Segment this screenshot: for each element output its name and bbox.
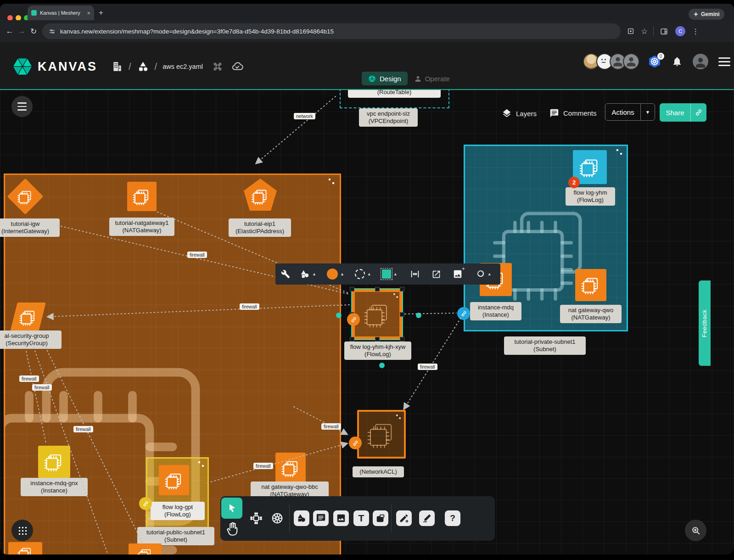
- route-table-label[interactable]: (RouteTable): [348, 90, 441, 98]
- flow-log-yhm-label[interactable]: flow log-yhm(FlowLog): [566, 187, 615, 206]
- gemini-button[interactable]: Gemini: [689, 9, 724, 20]
- new-tab-button[interactable]: +: [99, 8, 103, 17]
- frame-tool-button[interactable]: [373, 510, 388, 526]
- instance-mdq-label[interactable]: instance-mdq(Instance): [470, 302, 521, 320]
- zoom-button[interactable]: [685, 520, 706, 541]
- actions-dropdown-icon[interactable]: ▼: [640, 104, 655, 120]
- back-icon[interactable]: ←: [4, 27, 16, 36]
- node-network-acl[interactable]: [357, 410, 406, 459]
- kubernetes-context[interactable]: 0: [648, 55, 661, 68]
- kubernetes-tool-button[interactable]: [269, 510, 285, 526]
- layers-button[interactable]: Layers: [502, 108, 537, 118]
- design-file-name[interactable]: aws ec2.yaml: [162, 63, 203, 70]
- annotation-button[interactable]: ▲: [475, 269, 492, 279]
- organization-icon[interactable]: [111, 61, 123, 73]
- open-in-new-icon[interactable]: [431, 269, 441, 279]
- actions-button[interactable]: Actions ▼: [605, 103, 655, 121]
- collapse-icon[interactable]: [198, 461, 204, 467]
- bookmark-star-icon[interactable]: ☆: [641, 27, 648, 36]
- edge-handle-icon[interactable]: [349, 437, 362, 449]
- design-mode-button[interactable]: Design: [362, 72, 408, 85]
- canvas-menu-button[interactable]: [11, 96, 33, 117]
- resize-handle[interactable]: [350, 287, 354, 291]
- resize-handle[interactable]: [400, 337, 404, 342]
- flow-log-selected-label[interactable]: flow log-yhm-kjh-xyw(FlowLog): [344, 342, 411, 360]
- help-tool-button[interactable]: ?: [445, 510, 460, 526]
- forward-icon[interactable]: →: [16, 27, 28, 36]
- resize-handle[interactable]: [400, 287, 404, 291]
- resize-width-icon[interactable]: [410, 269, 420, 279]
- feedback-tab[interactable]: Feedback: [699, 280, 711, 366]
- canvas-style-button[interactable]: ▲: [382, 269, 398, 279]
- eip1-label[interactable]: tutorial-eip1(ElasticIPAddress): [229, 218, 291, 237]
- share-button[interactable]: Share: [660, 103, 706, 122]
- vpc-endpoint-label[interactable]: vpc endpoint-slz(VPCEndpoint): [359, 108, 418, 127]
- keyboard-shortcuts-icon[interactable]: [213, 62, 222, 71]
- site-settings-icon[interactable]: [49, 28, 56, 35]
- collapse-icon[interactable]: [329, 179, 334, 184]
- public-subnet-label[interactable]: tutorial-public-subnet1(Subnet): [137, 527, 214, 545]
- reload-icon[interactable]: ↻: [28, 27, 39, 36]
- address-bar[interactable]: kanvas.new/extension/meshmap?mode=design…: [42, 23, 621, 39]
- security-group-label[interactable]: al-security-group(SecurityGroup): [0, 330, 62, 349]
- collapse-icon[interactable]: [396, 414, 401, 419]
- collapse-icon[interactable]: [616, 149, 622, 155]
- collapse-icon[interactable]: [393, 293, 398, 298]
- design-canvas[interactable]: (RouteTable) vpc endpoint-slz(VPCEndpoin…: [0, 90, 734, 554]
- collaborator-avatar[interactable]: [623, 53, 639, 70]
- select-cursor-button[interactable]: [221, 498, 242, 519]
- designs-icon[interactable]: [137, 61, 149, 73]
- border-style-button[interactable]: ▲: [355, 269, 371, 279]
- text-tool-button[interactable]: T: [353, 510, 369, 526]
- browser-profile-avatar[interactable]: C: [675, 26, 685, 36]
- url-text[interactable]: kanvas.new/extension/meshmap?mode=design…: [60, 28, 334, 35]
- comment-tool-button[interactable]: [313, 510, 329, 526]
- node-natgateway1[interactable]: [127, 182, 157, 211]
- fill-color-button[interactable]: ▲: [327, 269, 344, 280]
- network-acl-label[interactable]: (NetworkACL): [353, 466, 404, 477]
- tab-close-icon[interactable]: ×: [87, 10, 90, 17]
- sidepanel-icon[interactable]: [660, 28, 668, 35]
- shapes-tool-button[interactable]: [294, 510, 309, 526]
- draw-edge-tool-button[interactable]: [396, 510, 412, 526]
- operate-mode-button[interactable]: Operate: [414, 75, 450, 83]
- flow-log-gpt-label[interactable]: flow log-gpt(FlowLog): [151, 502, 205, 520]
- user-avatar[interactable]: [693, 54, 708, 69]
- freehand-tool-button[interactable]: [419, 510, 435, 526]
- resize-handle[interactable]: [400, 312, 404, 317]
- resize-handle[interactable]: [350, 337, 354, 342]
- resize-handle[interactable]: [375, 337, 380, 342]
- configure-wrench-icon[interactable]: [281, 269, 290, 279]
- node-nat-gateway-qwo[interactable]: [575, 269, 606, 301]
- igw-label[interactable]: tutorial-igw(InternetGateway): [0, 218, 60, 237]
- kanvas-logo[interactable]: [13, 57, 32, 76]
- pan-hand-button[interactable]: [225, 521, 239, 538]
- node-flow-log-gpt[interactable]: [159, 465, 189, 495]
- cloud-sync-icon[interactable]: [231, 61, 243, 73]
- edge-handle-icon[interactable]: [139, 497, 152, 510]
- shape-picker-button[interactable]: ▲: [300, 269, 316, 279]
- edge-handle-icon[interactable]: [347, 313, 360, 326]
- notifications-bell-icon[interactable]: [672, 56, 683, 67]
- instance-mdq-gnx-label[interactable]: instance-mdq-gnx(Instance): [21, 478, 88, 496]
- edge-handle-icon[interactable]: [457, 307, 470, 320]
- nat-gateway-qwo-label[interactable]: nat gateway-qwo(NATGateway): [560, 305, 622, 323]
- save-page-icon[interactable]: [627, 28, 634, 35]
- header-menu-icon[interactable]: [718, 57, 730, 66]
- natgateway1-label[interactable]: tutorial-natgateway1(NATGateway): [109, 218, 174, 236]
- node-flow-log-selected[interactable]: [351, 288, 403, 340]
- copy-link-icon[interactable]: [690, 103, 706, 122]
- browser-menu-icon[interactable]: ⋮: [692, 27, 699, 36]
- node-partial[interactable]: [8, 542, 42, 554]
- image-tool-button[interactable]: [333, 510, 349, 526]
- node-nat-gateway-qwo-bbc[interactable]: [275, 453, 306, 483]
- comments-button[interactable]: Comments: [549, 108, 597, 118]
- component-tool-button[interactable]: [248, 510, 264, 526]
- widgets-grid-button[interactable]: [11, 520, 33, 541]
- node-partial[interactable]: [129, 543, 162, 554]
- add-image-button[interactable]: +: [453, 269, 463, 279]
- private-subnet-label[interactable]: tutorial-private-subnet1(Subnet): [504, 336, 586, 355]
- node-instance-mdq-gnx[interactable]: [38, 446, 70, 478]
- resize-handle[interactable]: [375, 287, 380, 291]
- browser-tab[interactable]: Kanvas | Meshery ×: [28, 6, 94, 20]
